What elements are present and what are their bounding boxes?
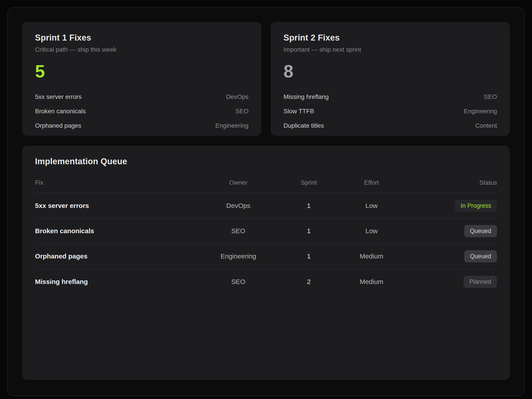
fix-label: 5xx server errors	[35, 93, 82, 101]
cell-sprint: 1	[278, 202, 339, 209]
sprint-1-card: Sprint 1 Fixes Critical path — ship this…	[22, 22, 261, 136]
list-item: 5xx server errors DevOps	[35, 89, 248, 104]
list-item: Slow TTFB Engineering	[284, 104, 497, 118]
cell-effort: Medium	[339, 278, 404, 285]
cell-effort: Low	[339, 202, 404, 209]
sprint-cards-row: Sprint 1 Fixes Critical path — ship this…	[22, 22, 510, 136]
status-badge: Queued	[464, 225, 497, 237]
column-header-status: Status	[404, 179, 497, 186]
fix-label: Missing hreflang	[284, 93, 329, 101]
cell-sprint: 1	[278, 253, 339, 260]
fix-label: Slow TTFB	[284, 108, 314, 115]
cell-fix: Broken canonicals	[35, 227, 198, 235]
cell-status: Planned	[404, 276, 497, 288]
queue-title: Implementation Queue	[35, 157, 497, 166]
column-header-effort: Effort	[339, 179, 404, 186]
sprint-1-card-subtitle: Critical path — ship this week	[35, 46, 248, 53]
fix-owner: SEO	[484, 93, 497, 101]
cell-owner: Engineering	[198, 253, 278, 260]
sprint-2-card-subtitle: Important — ship next sprint	[284, 46, 497, 53]
fix-owner: Content	[475, 122, 497, 129]
cell-owner: DevOps	[198, 202, 278, 209]
cell-owner: SEO	[198, 227, 278, 235]
sprint-1-count: 5	[35, 63, 248, 80]
fix-owner: Engineering	[215, 122, 248, 129]
dashboard-panel: Sprint 1 Fixes Critical path — ship this…	[7, 7, 525, 396]
sprint-1-fix-list: 5xx server errors DevOps Broken canonica…	[35, 89, 248, 133]
sprint-2-card-title: Sprint 2 Fixes	[284, 33, 497, 43]
table-row: 5xx server errors DevOps 1 Low In Progre…	[35, 193, 497, 219]
fix-label: Duplicate titles	[284, 122, 324, 129]
fix-label: Broken canonicals	[35, 108, 86, 115]
table-row: Missing hreflang SEO 2 Medium Planned	[35, 269, 497, 294]
fix-label: Orphaned pages	[35, 122, 81, 129]
cell-sprint: 2	[278, 278, 339, 285]
cell-effort: Low	[339, 227, 404, 235]
cell-fix: Missing hreflang	[35, 278, 198, 285]
queue-table: Fix Owner Sprint Effort Status 5xx serve…	[35, 177, 497, 294]
list-item: Missing hreflang SEO	[284, 89, 497, 104]
sprint-2-card: Sprint 2 Fixes Important — ship next spr…	[271, 22, 510, 136]
cell-status: Queued	[404, 250, 497, 262]
fix-owner: Engineering	[464, 108, 497, 115]
status-badge: Planned	[463, 276, 497, 288]
column-header-fix: Fix	[35, 179, 198, 186]
cell-owner: SEO	[198, 278, 278, 285]
implementation-queue-card: Implementation Queue Fix Owner Sprint Ef…	[22, 146, 510, 380]
list-item: Orphaned pages Engineering	[35, 118, 248, 133]
status-badge: Queued	[464, 250, 497, 262]
cell-status: Queued	[404, 225, 497, 237]
cell-status: In Progress	[404, 200, 497, 212]
list-item: Broken canonicals SEO	[35, 104, 248, 118]
list-item: Duplicate titles Content	[284, 118, 497, 133]
column-header-owner: Owner	[198, 179, 278, 186]
table-header-row: Fix Owner Sprint Effort Status	[35, 177, 497, 193]
sprint-2-fix-list: Missing hreflang SEO Slow TTFB Engineeri…	[284, 89, 497, 133]
status-badge: In Progress	[455, 200, 497, 212]
fix-owner: DevOps	[226, 93, 248, 101]
column-header-sprint: Sprint	[278, 179, 339, 186]
sprint-2-count: 8	[284, 63, 497, 80]
cell-effort: Medium	[339, 253, 404, 260]
fix-owner: SEO	[235, 108, 248, 115]
table-row: Broken canonicals SEO 1 Low Queued	[35, 219, 497, 244]
table-row: Orphaned pages Engineering 1 Medium Queu…	[35, 244, 497, 269]
cell-sprint: 1	[278, 227, 339, 235]
cell-fix: 5xx server errors	[35, 202, 198, 209]
cell-fix: Orphaned pages	[35, 253, 198, 260]
sprint-1-card-title: Sprint 1 Fixes	[35, 33, 248, 43]
